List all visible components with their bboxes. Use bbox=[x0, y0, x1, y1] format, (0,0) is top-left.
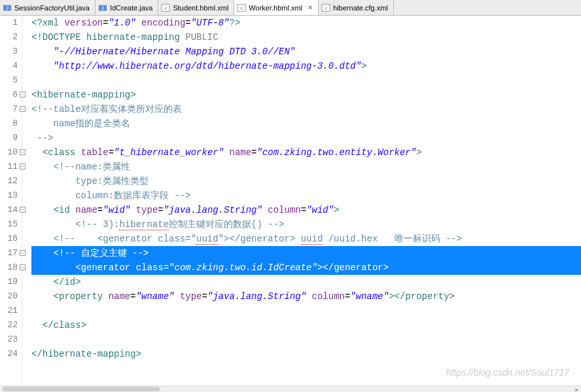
java-icon: J bbox=[3, 3, 12, 12]
svg-text:X: X bbox=[164, 5, 167, 10]
tab-idcreate[interactable]: J IdCreate.java bbox=[96, 0, 158, 15]
close-icon[interactable]: ✕ bbox=[308, 4, 313, 11]
code-line bbox=[31, 73, 581, 88]
code-line-selected: <!-- 自定义主键 --> bbox=[31, 246, 581, 260]
code-line bbox=[31, 304, 581, 318]
tab-student-hbml[interactable]: X Student.hbml.xml bbox=[158, 0, 234, 15]
watermark: https://blog.csdn.net/Soul1717 bbox=[446, 367, 569, 378]
tab-label: Student.hbml.xml bbox=[173, 4, 228, 12]
code-area[interactable]: <?xml version="1.0" encoding="UTF-8"?> <… bbox=[22, 16, 581, 385]
code-line: <!--name:类属性 bbox=[31, 160, 581, 174]
code-line: column:数据库表字段 --> bbox=[31, 188, 581, 203]
svg-text:J: J bbox=[101, 5, 104, 10]
svg-text:J: J bbox=[6, 5, 9, 10]
code-line: type:类属性类型 bbox=[31, 174, 581, 188]
xml-icon: X bbox=[161, 3, 170, 12]
code-line: </id> bbox=[31, 275, 581, 289]
code-line: <!-- <generator class="uuid"></generator… bbox=[31, 232, 581, 246]
code-line-selected: <generator class="com.zking.two.id.IdCre… bbox=[31, 260, 581, 275]
svg-text:X: X bbox=[325, 5, 327, 10]
scroll-right-icon[interactable]: ▶ bbox=[573, 386, 581, 392]
code-line: <property name="wname" type="java.lang.S… bbox=[31, 289, 581, 304]
xml-icon: X bbox=[237, 3, 246, 12]
code-line: <class table="t_hibernate_worker" name="… bbox=[31, 145, 581, 160]
editor-tabs: J SessionFactoryUtil.java J IdCreate.jav… bbox=[0, 0, 581, 16]
tab-worker-hbml[interactable]: X Worker.hbml.xml ✕ bbox=[234, 0, 319, 15]
code-line: --> bbox=[31, 131, 581, 145]
tab-label: Worker.hbml.xml bbox=[249, 4, 302, 12]
code-line: <id name="wid" type="java.lang.String" c… bbox=[31, 203, 581, 217]
code-line bbox=[31, 332, 581, 347]
code-line: <!--table对应着实体类所对应的表 bbox=[31, 102, 581, 116]
horizontal-scrollbar[interactable]: ▶ bbox=[0, 385, 581, 392]
code-line: <?xml version="1.0" encoding="UTF-8"?> bbox=[31, 16, 581, 30]
code-line: <!DOCTYPE hibernate-mapping PUBLIC bbox=[31, 30, 581, 45]
code-line: </class> bbox=[31, 318, 581, 332]
java-icon: J bbox=[98, 3, 107, 12]
code-line: name指的是全类名 bbox=[31, 116, 581, 131]
tab-label: SessionFactoryUtil.java bbox=[14, 4, 90, 12]
svg-text:X: X bbox=[240, 5, 243, 10]
line-gutter: 1 2 3 4 5 6− 7− 8 9 10− 11− 12 13 14− 15… bbox=[0, 16, 22, 385]
code-line: </hibernate-mapping> bbox=[31, 347, 581, 361]
code-line: <hibernate-mapping> bbox=[31, 88, 581, 102]
code-line: "http://www.hibernate.org/dtd/hibernate-… bbox=[31, 59, 581, 73]
tab-label: IdCreate.java bbox=[110, 4, 152, 12]
code-editor[interactable]: 1 2 3 4 5 6− 7− 8 9 10− 11− 12 13 14− 15… bbox=[0, 16, 581, 385]
code-line: <!-- 3):hibernate控制主键对应的数据() --> bbox=[31, 217, 581, 232]
scrollbar-thumb[interactable] bbox=[3, 387, 160, 391]
tab-sessionfactoryutil[interactable]: J SessionFactoryUtil.java bbox=[0, 0, 96, 15]
tab-hibernate-cfg[interactable]: X hibernate.cfg.xml bbox=[319, 0, 394, 15]
xml-icon: X bbox=[321, 3, 330, 12]
tab-label: hibernate.cfg.xml bbox=[333, 4, 388, 12]
code-line: "-//Hibernate/Hibernate Mapping DTD 3.0/… bbox=[31, 45, 581, 59]
